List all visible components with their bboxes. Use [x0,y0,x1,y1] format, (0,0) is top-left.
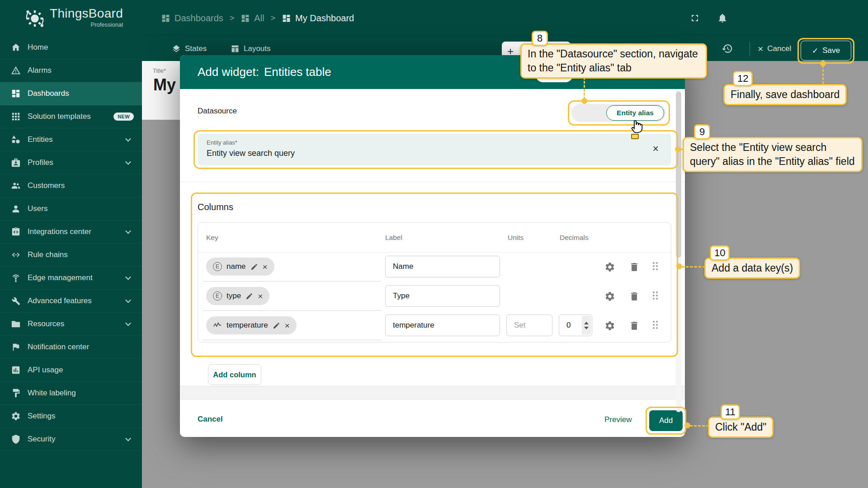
row-settings-button[interactable] [604,291,615,302]
key-chip-name[interactable]: E name × [206,258,274,276]
timeseries-icon [213,321,222,330]
step-badge-11: 11 [721,404,740,420]
drag-handle[interactable] [653,321,658,329]
breadcrumb-dashboards[interactable]: Dashboards [161,13,223,23]
sidebar-item-users[interactable]: Users [0,197,142,221]
step-badge-10: 10 [710,245,730,261]
chevron-down-icon [125,136,131,142]
decimals-stepper[interactable]: 0 [559,314,592,336]
table-row: E type × Type [198,282,671,311]
sidebar-item-notification-center[interactable]: Notification center [0,336,142,359]
antenna-icon [11,273,21,283]
dialog-add-button[interactable]: Add [649,410,683,431]
column-header-key: Key [206,223,218,252]
sidebar-item-home[interactable]: Home [0,36,142,59]
layout-icon [231,44,240,53]
dialog-title: Add widget: Entities table [198,65,331,79]
cancel-dashboard-button[interactable]: × Cancel [758,36,791,61]
clear-icon[interactable]: × [653,144,659,154]
datasource-type-toggle: Device Entity alias [571,104,665,122]
person-icon [11,204,21,214]
chevron-down-icon [125,159,131,165]
edit-icon[interactable] [273,322,280,329]
column-header-label: Label [385,223,402,252]
add-widget-dialog: Add widget: Entities table Datasource De… [180,55,685,437]
sidebar-item-customers[interactable]: Customers [0,174,142,197]
notifications-button[interactable] [713,9,732,28]
row-delete-button[interactable] [629,320,640,331]
sidebar-item-profiles[interactable]: Profiles [0,151,142,174]
paint-icon [11,388,21,398]
sidebar-item-resources[interactable]: Resources [0,313,142,336]
brand-name: ThingsBoard [50,6,123,20]
sidebar-item-entities[interactable]: Entities [0,128,142,151]
key-chip-type[interactable]: E type × [206,287,269,305]
chevron-down-icon [125,320,131,326]
shapes-icon [11,135,21,145]
entity-field-icon: E [213,291,222,300]
entity-alias-field[interactable]: Entity alias* Entity view search query × [198,134,671,165]
sidebar: ThingsBoard Professional Home Alarms Das… [0,0,142,488]
entity-alias-value: Entity view search query [207,149,295,158]
title-field-value: My [153,75,176,94]
label-input[interactable]: Name [385,256,500,277]
gear-icon [11,411,21,421]
column-header-units: Units [508,223,524,252]
breadcrumb-all[interactable]: All [241,13,264,23]
tab-entity-alias[interactable]: Entity alias [606,105,664,121]
sidebar-item-advanced-features[interactable]: Advanced features [0,290,142,313]
sidebar-item-integrations-center[interactable]: Integrations center [0,221,142,244]
drag-handle[interactable] [653,262,658,270]
home-icon [11,42,21,52]
callout-step9: Select the "Entity view search query" al… [683,137,863,172]
folder-icon [11,319,21,329]
close-icon: × [758,43,763,54]
shield-icon [11,434,21,444]
sidebar-item-edge-management[interactable]: Edge management [0,267,142,290]
breadcrumb-my-dashboard[interactable]: My Dashboard [282,13,354,23]
add-column-button[interactable]: Add column [208,364,261,385]
sidebar-item-white-labeling[interactable]: White labeling [0,382,142,405]
row-delete-button[interactable] [629,262,640,272]
row-delete-button[interactable] [629,291,640,302]
dashboards-icon [161,14,170,23]
entity-alias-label: Entity alias* [207,139,237,146]
history-button[interactable] [717,39,736,58]
arrow-up-icon [584,322,589,324]
remove-key-icon[interactable]: × [258,292,263,300]
label-input[interactable]: Type [385,285,500,307]
breadcrumb-separator: > [271,14,276,23]
drag-handle[interactable] [653,291,658,300]
sidebar-item-rule-chains[interactable]: Rule chains [0,244,142,267]
history-icon [722,43,733,54]
key-chip-temperature[interactable]: temperature × [206,316,297,334]
save-dashboard-button[interactable]: ✓ Save [801,41,851,61]
chart-icon [11,365,21,375]
sidebar-item-alarms[interactable]: Alarms [0,59,142,82]
edit-icon[interactable] [245,292,253,300]
column-header-decimals: Decimals [560,223,589,252]
remove-key-icon[interactable]: × [285,321,290,330]
fullscreen-icon [689,13,700,23]
remove-key-icon[interactable]: × [263,263,268,271]
logo[interactable]: ThingsBoard Professional [0,0,142,36]
datasource-section-label: Datasource [198,107,237,116]
sidebar-item-api-usage[interactable]: API usage [0,359,142,382]
sidebar-item-settings[interactable]: Settings [0,405,142,428]
preview-button[interactable]: Preview [604,415,632,424]
edit-icon[interactable] [250,263,258,271]
fullscreen-button[interactable] [685,9,704,28]
label-input[interactable]: temperature [385,314,500,336]
row-settings-button[interactable] [604,320,615,331]
bell-icon [717,13,728,23]
dialog-cancel-button[interactable]: Cancel [198,415,223,424]
sidebar-item-dashboards[interactable]: Dashboards [0,82,142,105]
callout-step11: Click "Add" [708,417,774,438]
stepper-arrows[interactable] [582,316,591,335]
row-settings-button[interactable] [604,262,615,272]
units-input[interactable]: Set [506,314,552,336]
columns-section-label: Columns [198,202,233,212]
dialog-scrollbar-thumb[interactable] [676,91,681,258]
sidebar-item-solution-templates[interactable]: Solution templates NEW [0,105,142,128]
sidebar-item-security[interactable]: Security [0,428,142,451]
